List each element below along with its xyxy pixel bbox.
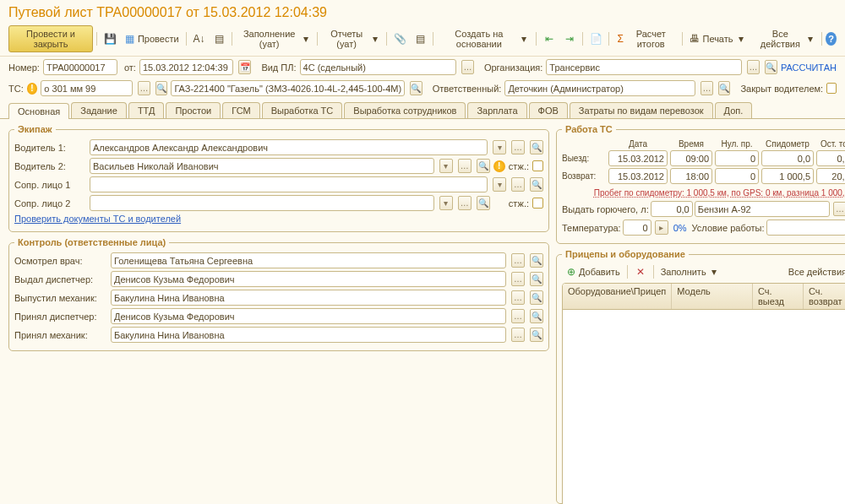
save-icon[interactable]: 💾 xyxy=(101,31,119,46)
help-icon[interactable]: ? xyxy=(826,32,837,46)
ts-model-search-icon[interactable]: 🔍 xyxy=(410,81,422,95)
col-ret[interactable]: Сч. возврат xyxy=(804,284,845,309)
give-fuel-input[interactable] xyxy=(651,201,693,217)
disp-out-ellipsis-icon[interactable]: … xyxy=(511,272,525,286)
vidpl-input[interactable]: 4С (сдельный) xyxy=(300,59,456,75)
tab-fov[interactable]: ФОВ xyxy=(529,102,568,118)
sopr2-dropdown-icon[interactable]: ▾ xyxy=(439,196,453,210)
ret-time-input[interactable] xyxy=(670,168,712,184)
driver1-input[interactable]: Александров Александр Александрович xyxy=(90,139,488,155)
check-docs-link[interactable]: Проверить документы ТС и водителей xyxy=(14,214,181,224)
out-nul-input[interactable] xyxy=(715,150,759,166)
doctor-input[interactable]: Голенищева Татьяна Сергеевна xyxy=(111,252,506,268)
sopr1-search-icon[interactable]: 🔍 xyxy=(530,177,543,192)
sopr2-input[interactable] xyxy=(90,195,434,211)
sopr1-ellipsis-icon[interactable]: … xyxy=(511,177,525,192)
fill-button[interactable]: Заполнение (уат)▾ xyxy=(236,27,313,51)
from-date-input[interactable]: 15.03.2012 12:04:39 xyxy=(139,59,234,75)
driver2-ellipsis-icon[interactable]: … xyxy=(458,159,472,173)
sort-icon[interactable]: A↓ xyxy=(189,31,208,46)
driver2-search-icon[interactable]: 🔍 xyxy=(477,159,490,173)
driver2-dropdown-icon[interactable]: ▾ xyxy=(439,159,453,173)
col-equipment[interactable]: Оборудование\Прицеп xyxy=(563,284,672,309)
mech-in-input[interactable]: Бакулина Нина Ивановна xyxy=(111,327,506,343)
staj2-checkbox[interactable] xyxy=(532,160,543,171)
fill-trailers-button[interactable]: Заполнить▾ xyxy=(657,264,723,279)
mech-in-ellipsis-icon[interactable]: … xyxy=(511,328,525,342)
org-ellipsis-icon[interactable]: … xyxy=(747,60,760,74)
driver1-dropdown-icon[interactable]: ▾ xyxy=(493,140,506,154)
reports-button[interactable]: Отчеты (уат)▾ xyxy=(321,27,383,51)
org-search-icon[interactable]: 🔍 xyxy=(765,60,777,74)
tab-main[interactable]: Основная xyxy=(8,103,69,119)
tab-gsm[interactable]: ГСМ xyxy=(222,102,259,118)
delete-icon[interactable]: ✕ xyxy=(631,264,650,279)
disp-in-input[interactable]: Денисов Кузьма Федорович xyxy=(111,308,506,324)
out-time-input[interactable] xyxy=(670,150,712,166)
tab-salary[interactable]: Зарплата xyxy=(467,102,526,118)
sopr1-dropdown-icon[interactable]: ▾ xyxy=(493,177,506,192)
tab-output-ts[interactable]: Выработка ТС xyxy=(262,102,343,118)
temp-input[interactable] xyxy=(623,219,651,236)
number-input[interactable] xyxy=(43,59,117,75)
ret-date-input[interactable] xyxy=(608,168,668,184)
mech-in-search-icon[interactable]: 🔍 xyxy=(530,328,543,342)
ret-fuel-input[interactable] xyxy=(816,168,845,184)
driver1-ellipsis-icon[interactable]: … xyxy=(511,140,525,154)
notes-icon[interactable]: ▤ xyxy=(411,31,429,46)
org-input[interactable]: Трансервис xyxy=(546,59,742,75)
print-button[interactable]: 🖶Печать▾ xyxy=(685,31,750,46)
folder-icon[interactable]: 📄 xyxy=(586,31,605,46)
calc-totals-button[interactable]: ΣРасчет итогов xyxy=(612,27,678,51)
sopr2-ellipsis-icon[interactable]: … xyxy=(458,196,472,210)
out-spido-input[interactable] xyxy=(761,150,814,166)
nav-icon-2[interactable]: ⇥ xyxy=(560,31,579,46)
nav-icon-1[interactable]: ⇤ xyxy=(540,31,559,46)
disp-in-ellipsis-icon[interactable]: … xyxy=(511,309,525,323)
trailers-all-actions-button[interactable]: Все действия▾ xyxy=(785,264,845,279)
mileage-link[interactable]: Пробег по спидометру: 1 000,5 км, по GPS… xyxy=(594,188,845,198)
mech-out-input[interactable]: Бакулина Нина Ивановна xyxy=(111,290,506,306)
staj-sopr2-checkbox[interactable] xyxy=(532,198,543,209)
vidpl-ellipsis-icon[interactable]: … xyxy=(461,60,474,74)
mech-out-search-icon[interactable]: 🔍 xyxy=(530,290,543,305)
disp-out-search-icon[interactable]: 🔍 xyxy=(530,272,543,286)
fuel-ellipsis-icon[interactable]: … xyxy=(833,202,845,216)
add-button[interactable]: ⊕Добавить xyxy=(562,264,624,279)
submit-button[interactable]: ▦Провести xyxy=(121,31,183,46)
sopr1-input[interactable] xyxy=(90,176,488,192)
doctor-search-icon[interactable]: 🔍 xyxy=(530,253,543,268)
col-out[interactable]: Сч. выезд xyxy=(753,284,804,309)
fuel-type-input[interactable]: Бензин А-92 xyxy=(695,201,830,217)
tab-ttd[interactable]: ТТД xyxy=(128,102,165,118)
ret-spido-input[interactable] xyxy=(761,168,814,184)
closed-driver-checkbox[interactable] xyxy=(826,83,837,94)
resp-search-icon[interactable]: 🔍 xyxy=(718,81,731,95)
tab-task[interactable]: Задание xyxy=(71,102,127,118)
cond-input[interactable] xyxy=(766,219,845,236)
doctor-ellipsis-icon[interactable]: … xyxy=(511,253,525,268)
sopr2-search-icon[interactable]: 🔍 xyxy=(477,196,490,210)
ts-ellipsis-icon[interactable]: … xyxy=(138,81,150,95)
calendar-icon[interactable]: 📅 xyxy=(238,60,251,74)
ts-search-icon[interactable]: 🔍 xyxy=(155,81,168,95)
tab-extra[interactable]: Доп. xyxy=(715,102,753,118)
attach-icon[interactable]: 📎 xyxy=(390,31,409,46)
tab-idle[interactable]: Простои xyxy=(166,102,221,118)
driver2-input[interactable]: Васильев Николай Иванович xyxy=(90,158,434,174)
mech-out-ellipsis-icon[interactable]: … xyxy=(511,290,525,305)
out-date-input[interactable] xyxy=(608,150,668,166)
list-icon[interactable]: ▤ xyxy=(210,31,228,46)
tab-costs[interactable]: Затраты по видам перевозок xyxy=(570,102,713,118)
resp-input[interactable]: Деточкин (Администратор) xyxy=(504,80,695,96)
ret-nul-input[interactable] xyxy=(715,168,759,184)
col-model[interactable]: Модель xyxy=(672,284,753,309)
out-fuel-input[interactable] xyxy=(816,150,845,166)
disp-in-search-icon[interactable]: 🔍 xyxy=(530,309,543,323)
resp-ellipsis-icon[interactable]: … xyxy=(701,81,713,95)
all-actions-button[interactable]: Все действия▾ xyxy=(754,27,819,51)
submit-close-button[interactable]: Провести и закрыть xyxy=(8,25,93,52)
driver1-search-icon[interactable]: 🔍 xyxy=(530,140,543,154)
create-based-button[interactable]: Создать на основании▾ xyxy=(437,27,532,51)
temp-spin-icon[interactable]: ▸ xyxy=(655,220,668,235)
